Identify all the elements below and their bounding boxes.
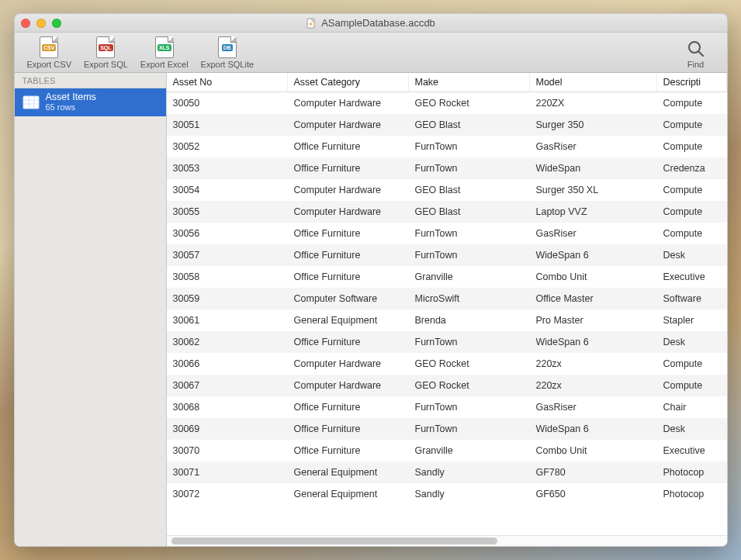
- table-cell[interactable]: FurnTown: [409, 418, 530, 440]
- table-cell[interactable]: Computer Hardware: [288, 201, 409, 223]
- table-cell[interactable]: WideSpan: [530, 157, 657, 179]
- table-cell[interactable]: Compute: [657, 223, 727, 244]
- table-cell[interactable]: Combo Unit: [530, 440, 657, 461]
- table-cell[interactable]: WideSpan 6: [530, 418, 657, 440]
- table-cell[interactable]: 30050: [167, 92, 288, 114]
- table-cell[interactable]: 220ZX: [530, 92, 657, 114]
- table-cell[interactable]: 30066: [167, 353, 288, 375]
- table-cell[interactable]: 30069: [167, 418, 288, 440]
- table-cell[interactable]: Photocop: [657, 483, 727, 505]
- table-cell[interactable]: Office Furniture: [288, 223, 409, 244]
- table-cell[interactable]: Computer Software: [288, 288, 409, 309]
- table-cell[interactable]: Computer Hardware: [288, 375, 409, 396]
- table-cell[interactable]: 30055: [167, 201, 288, 223]
- table-cell[interactable]: 30053: [167, 157, 288, 179]
- table-cell[interactable]: Stapler: [657, 309, 727, 331]
- table-cell[interactable]: Surger 350: [530, 114, 657, 136]
- table-cell[interactable]: 220zx: [530, 375, 657, 396]
- column-header[interactable]: Asset No: [167, 73, 288, 92]
- table-row[interactable]: 30066Computer HardwareGEO Rocket220zxCom…: [167, 353, 727, 375]
- table-cell[interactable]: FurnTown: [409, 223, 530, 244]
- table-row[interactable]: 30056Office FurnitureFurnTownGasRiserCom…: [167, 223, 727, 244]
- table-cell[interactable]: Software: [657, 288, 727, 309]
- table-cell[interactable]: Compute: [657, 201, 727, 223]
- table-header-row[interactable]: Asset No Asset Category Make Model Descr…: [167, 73, 727, 92]
- table-cell[interactable]: Granville: [409, 440, 530, 461]
- table-row[interactable]: 30069Office FurnitureFurnTownWideSpan 6D…: [167, 418, 727, 440]
- export-excel-button[interactable]: XLS Export Excel: [136, 34, 193, 71]
- table-cell[interactable]: Credenza: [657, 157, 727, 179]
- table-cell[interactable]: Sandly: [409, 483, 530, 505]
- table-cell[interactable]: Office Furniture: [288, 244, 409, 266]
- table-cell[interactable]: Compute: [657, 114, 727, 136]
- table-cell[interactable]: 30056: [167, 223, 288, 244]
- table-row[interactable]: 30050Computer HardwareGEO Rocket220ZXCom…: [167, 92, 727, 114]
- table-row[interactable]: 30052Office FurnitureFurnTownGasRiserCom…: [167, 136, 727, 157]
- table-cell[interactable]: GEO Rocket: [409, 353, 530, 375]
- table-row[interactable]: 30061General EquipmentBrendaPro MasterSt…: [167, 309, 727, 331]
- table-cell[interactable]: Surger 350 XL: [530, 179, 657, 201]
- table-rows-viewport[interactable]: 30050Computer HardwareGEO Rocket220ZXCom…: [167, 92, 727, 535]
- table-row[interactable]: 30062Office FurnitureFurnTownWideSpan 6D…: [167, 331, 727, 353]
- table-row[interactable]: 30070Office FurnitureGranvilleCombo Unit…: [167, 440, 727, 461]
- column-header[interactable]: Descripti: [657, 73, 727, 92]
- table-cell[interactable]: Combo Unit: [530, 266, 657, 288]
- table-cell[interactable]: Office Furniture: [288, 418, 409, 440]
- table-cell[interactable]: 30071: [167, 461, 288, 483]
- sidebar-item-asset-items[interactable]: Asset Items 65 rows: [15, 88, 166, 116]
- table-cell[interactable]: GEO Blast: [409, 179, 530, 201]
- table-cell[interactable]: Computer Hardware: [288, 114, 409, 136]
- table-cell[interactable]: FurnTown: [409, 244, 530, 266]
- table-cell[interactable]: WideSpan 6: [530, 244, 657, 266]
- table-row[interactable]: 30054Computer HardwareGEO BlastSurger 35…: [167, 179, 727, 201]
- table-cell[interactable]: Desk: [657, 244, 727, 266]
- horizontal-scrollbar-thumb[interactable]: [171, 538, 497, 544]
- table-cell[interactable]: GEO Rocket: [409, 375, 530, 396]
- minimize-window-button[interactable]: [36, 19, 46, 28]
- table-row[interactable]: 30067Computer HardwareGEO Rocket220zxCom…: [167, 375, 727, 396]
- table-row[interactable]: 30068Office FurnitureFurnTownGasRiserCha…: [167, 396, 727, 418]
- table-cell[interactable]: 30072: [167, 483, 288, 505]
- table-cell[interactable]: Pro Master: [530, 309, 657, 331]
- table-cell[interactable]: Compute: [657, 353, 727, 375]
- table-cell[interactable]: Compute: [657, 136, 727, 157]
- table-cell[interactable]: FurnTown: [409, 136, 530, 157]
- table-cell[interactable]: Compute: [657, 179, 727, 201]
- table-cell[interactable]: Sandly: [409, 461, 530, 483]
- table-cell[interactable]: GasRiser: [530, 136, 657, 157]
- table-cell[interactable]: 30057: [167, 244, 288, 266]
- table-cell[interactable]: 30058: [167, 266, 288, 288]
- table-cell[interactable]: 30051: [167, 114, 288, 136]
- table-cell[interactable]: 30067: [167, 375, 288, 396]
- table-row[interactable]: 30059Computer SoftwareMicroSwiftOffice M…: [167, 288, 727, 309]
- table-cell[interactable]: GF780: [530, 461, 657, 483]
- table-cell[interactable]: Brenda: [409, 309, 530, 331]
- table-row[interactable]: 30071General EquipmentSandlyGF780Photoco…: [167, 461, 727, 483]
- table-cell[interactable]: WideSpan 6: [530, 331, 657, 353]
- table-cell[interactable]: Photocop: [657, 461, 727, 483]
- table-cell[interactable]: Office Furniture: [288, 136, 409, 157]
- column-header[interactable]: Model: [530, 73, 657, 92]
- table-cell[interactable]: Compute: [657, 92, 727, 114]
- table-row[interactable]: 30051Computer HardwareGEO BlastSurger 35…: [167, 114, 727, 136]
- close-window-button[interactable]: [21, 19, 30, 28]
- table-cell[interactable]: Office Furniture: [288, 331, 409, 353]
- table-row[interactable]: 30058Office FurnitureGranvilleCombo Unit…: [167, 266, 727, 288]
- table-cell[interactable]: GF650: [530, 483, 657, 505]
- table-cell[interactable]: GEO Blast: [409, 201, 530, 223]
- titlebar[interactable]: ASampleDatabase.accdb: [15, 14, 727, 33]
- table-cell[interactable]: Desk: [657, 418, 727, 440]
- table-cell[interactable]: Office Furniture: [288, 396, 409, 418]
- table-cell[interactable]: GasRiser: [530, 396, 657, 418]
- table-cell[interactable]: Computer Hardware: [288, 353, 409, 375]
- table-cell[interactable]: Desk: [657, 331, 727, 353]
- table-cell[interactable]: Office Master: [530, 288, 657, 309]
- table-cell[interactable]: Office Furniture: [288, 157, 409, 179]
- table-row[interactable]: 30055Computer HardwareGEO BlastLaptop VV…: [167, 201, 727, 223]
- table-row[interactable]: 30072General EquipmentSandlyGF650Photoco…: [167, 483, 727, 505]
- export-sql-button[interactable]: SQL Export SQL: [79, 34, 133, 71]
- table-cell[interactable]: GEO Blast: [409, 114, 530, 136]
- export-csv-button[interactable]: CSV Export CSV: [23, 34, 76, 71]
- find-button[interactable]: Find: [673, 37, 719, 71]
- table-cell[interactable]: Compute: [657, 375, 727, 396]
